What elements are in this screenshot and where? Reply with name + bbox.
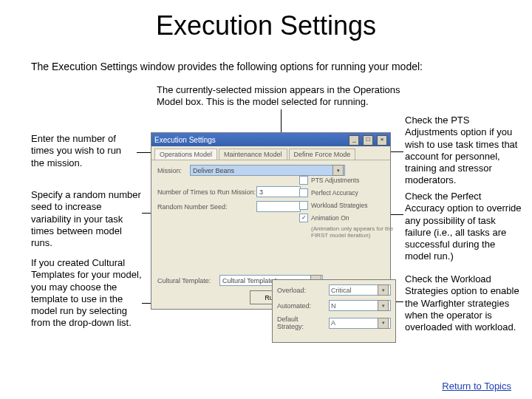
tab-maintenance-model[interactable]: Maintenance Model [219,149,287,160]
annotation-top: The currently-selected mission appears i… [157,84,423,109]
mission-value: Deliver Beans [193,167,234,174]
chevron-down-icon: ▾ [332,165,344,176]
default-strategy-label: Default Strategy: [277,316,326,330]
annotation-workload: Check the Workload Strategies option to … [405,273,522,333]
animation-checkbox-label: Animation On [311,214,349,222]
window-minimize-button[interactable]: _ [349,135,359,146]
cultural-value: Cultural Template1 [222,277,278,284]
cultural-label: Cultural Template: [157,277,216,284]
default-strategy-dropdown[interactable]: A ▾ [329,318,391,329]
window-close-button[interactable]: × [377,135,387,146]
automated-value: N [331,302,336,310]
overload-value: Critical [331,287,352,294]
animation-hint: (Animation only appears for the FIRST mo… [311,226,407,239]
workload-checkbox[interactable] [299,201,308,210]
tab-operations-model[interactable]: Operations Model [154,149,217,160]
default-strategy-value: A [331,319,335,327]
num-times-value: 3 [259,188,263,196]
chevron-down-icon: ▾ [378,318,389,329]
annotation-cultural: If you created Cultural Templates for yo… [31,257,142,330]
workload-checkbox-label: Workload Strategies [311,202,367,209]
animation-checkbox[interactable]: ✓ [299,214,308,222]
mission-dropdown[interactable]: Deliver Beans ▾ [190,165,345,176]
return-to-topics-link[interactable]: Return to Topics [442,381,511,392]
perfect-checkbox-label: Perfect Accuracy [311,189,358,197]
seed-input[interactable] [256,201,301,212]
seed-label: Random Number Seed: [157,203,253,211]
annotation-seed: Specify a random number seed to increase… [31,189,142,249]
automated-dropdown[interactable]: N ▾ [329,300,391,311]
connector-line [396,301,403,302]
overload-dropdown[interactable]: Critical ▾ [329,284,391,296]
automated-label: Automated: [277,302,326,310]
chevron-down-icon: ▾ [378,284,389,296]
tab-define-force-mode[interactable]: Define Force Mode [289,149,356,160]
pts-checkbox[interactable] [299,176,308,185]
num-times-label: Number of Times to Run Mission: [157,188,253,196]
slide-subtitle: The Execution Settings window provides t… [31,61,502,72]
annotation-num-times: Enter the number of times you wish to ru… [31,133,134,169]
num-times-input[interactable]: 3 [256,186,301,197]
pts-checkbox-label: PTS Adjustments [311,177,359,184]
annotation-pts: Check the PTS Adjustments option if you … [405,115,522,187]
chevron-down-icon: ▾ [378,300,389,311]
window-title: Execution Settings [154,136,216,144]
perfect-checkbox[interactable] [299,188,308,197]
slide-title: Execution Settings [0,10,532,41]
mission-label: Mission: [157,167,187,174]
workload-strategies-panel: Overload: Critical ▾ Automated: N ▾ Defa… [272,279,396,343]
overload-label: Overload: [277,287,326,294]
window-maximize-button[interactable]: □ [363,135,373,146]
annotation-perfect: Check the Perfect Accuracy option to ove… [405,191,522,263]
